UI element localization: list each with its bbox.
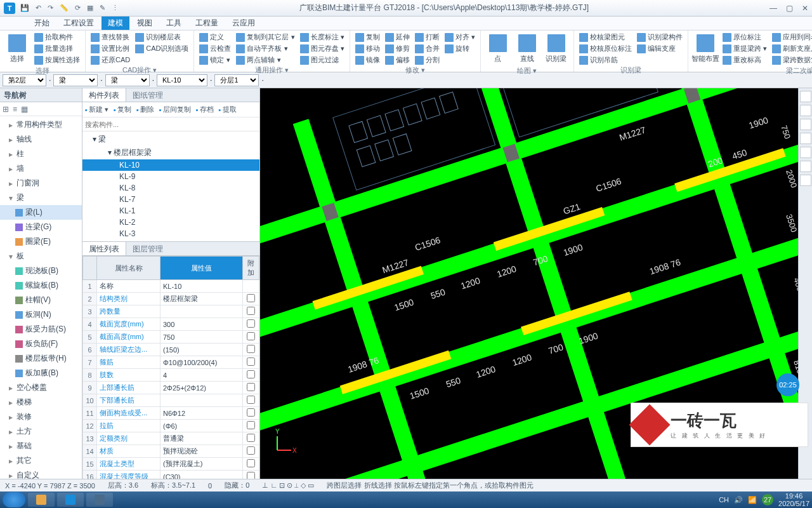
nav-item-板受力筋(S)[interactable]: 板受力筋(S) (0, 322, 82, 337)
ribbon-按属性选择[interactable]: 按属性选择 (33, 55, 81, 65)
ribbon-复制[interactable]: 复制 (354, 32, 381, 43)
task-app[interactable] (57, 493, 84, 507)
comp-tb-存档[interactable]: ▪存档 (196, 105, 214, 114)
ribbon-镜像[interactable]: 镜像 (354, 55, 381, 65)
status-snap-icons[interactable]: ⊥ ∟ ⊡ ⊙ ⟂ ◇ ▭ (262, 481, 314, 490)
ribbon-智能布置[interactable]: 智能布置 (692, 32, 719, 66)
nav-item-门窗洞[interactable]: ▸门窗洞 (0, 176, 82, 190)
ribbon-对齐 ▾[interactable]: 对齐 ▾ (443, 32, 476, 43)
ribbon-云检查[interactable]: 云检查 (198, 43, 232, 54)
view-layers-icon[interactable] (800, 161, 811, 172)
ribbon-拾取构件[interactable]: 拾取构件 (33, 32, 81, 43)
nav-item-现浇板(B)[interactable]: 现浇板(B) (0, 264, 82, 278)
qat-redo-icon[interactable]: ↷ (48, 4, 53, 12)
view-pan-icon[interactable] (800, 119, 811, 130)
task-cad[interactable] (86, 493, 113, 507)
nav-item-梁(L)[interactable]: 梁(L) (0, 205, 82, 220)
nav-grid-icon[interactable]: ▦ (21, 105, 28, 114)
ribbon-刷新支座尺寸[interactable]: 刷新支座尺寸 (771, 43, 812, 54)
start-button[interactable] (3, 492, 25, 507)
menu-2[interactable]: 建模 (102, 17, 129, 30)
tray-wifi-icon[interactable]: 📶 (748, 496, 757, 504)
prop-row-8[interactable]: 8肢数4 (83, 369, 259, 382)
comp-item-KL-1[interactable]: KL-1 (82, 205, 259, 217)
nav-item-土方[interactable]: ▸土方 (0, 424, 82, 439)
ribbon-自动平齐板 ▾[interactable]: 自动平齐板 ▾ (235, 43, 296, 54)
nav-item-常用构件类型[interactable]: ▸常用构件类型 (0, 117, 82, 132)
ribbon-分割[interactable]: 分割 (414, 55, 441, 65)
nav-item-楼梯[interactable]: ▸楼梯 (0, 395, 82, 410)
prop-chk-11[interactable] (247, 408, 255, 417)
ribbon-识别楼层表[interactable]: 识别楼层表 (134, 32, 190, 43)
prop-chk-9[interactable] (247, 383, 255, 391)
ribbon-点[interactable]: 点 (485, 32, 511, 66)
qat-pencil-icon[interactable]: ✎ (100, 4, 105, 12)
ribbon-梁跨数据复制[interactable]: 梁跨数据复制 (771, 55, 812, 65)
ribbon-CAD识别选项[interactable]: CAD识别选项 (134, 43, 190, 54)
nav-item-螺旋板(B)[interactable]: 螺旋板(B) (0, 278, 82, 293)
comp-tb-新建 ▾[interactable]: ▪新建 ▾ (85, 105, 108, 114)
prop-row-4[interactable]: 4截面宽度(mm)300 (83, 318, 259, 331)
prop-chk-5[interactable] (247, 332, 255, 340)
tray-network-icon[interactable]: 🔊 (734, 496, 743, 504)
ribbon-查找替换[interactable]: 查找替换 (89, 32, 131, 43)
prop-row-6[interactable]: 6轴线距梁左边...(150) (83, 344, 259, 356)
prop-tab-0[interactable]: 属性列表 (82, 242, 126, 255)
comp-item-KL-3[interactable]: KL-3 (82, 228, 259, 239)
nav-item-柱[interactable]: ▸柱 (0, 147, 82, 161)
tray-ime[interactable]: CH (719, 496, 729, 504)
ribbon-旋转[interactable]: 旋转 (443, 43, 476, 54)
tray-clock[interactable]: 19:462020/5/17 (778, 492, 809, 507)
qat-save-icon[interactable]: 💾 (20, 4, 29, 12)
nav-item-装修[interactable]: ▸装修 (0, 410, 82, 424)
ribbon-锁定 ▾[interactable]: 锁定 ▾ (198, 55, 232, 65)
menu-4[interactable]: 工具 (160, 17, 188, 30)
menu-1[interactable]: 工程设置 (57, 17, 100, 30)
prop-row-10[interactable]: 10下部通长筋 (83, 394, 259, 407)
comp-item-KL-10[interactable]: KL-10 (82, 159, 259, 171)
prop-tab-1[interactable]: 图层管理 (126, 242, 169, 255)
prop-chk-14[interactable] (247, 446, 255, 455)
nav-item-基础[interactable]: ▸基础 (0, 439, 82, 453)
ribbon-设置比例[interactable]: 设置比例 (89, 43, 131, 54)
nav-item-空心楼盖[interactable]: ▸空心楼盖 (0, 380, 82, 395)
nav-item-自定义[interactable]: ▸自定义 (0, 468, 82, 479)
nav-item-连梁(G)[interactable]: 连梁(G) (0, 220, 82, 234)
prop-row-11[interactable]: 11侧面构造或受...N6Φ12 (83, 407, 259, 420)
ribbon-修剪[interactable]: 修剪 (384, 43, 411, 54)
nav-item-板[interactable]: ▾板 (0, 249, 82, 264)
prop-row-2[interactable]: 2结构类别楼层框架梁 (83, 293, 259, 305)
ribbon-校核梁图元[interactable]: 校核梁图元 (578, 32, 633, 43)
nav-item-板洞(N)[interactable]: 板洞(N) (0, 307, 82, 322)
view-orbit-icon[interactable] (800, 133, 811, 144)
nav-expand-icon[interactable]: ⊞ (3, 105, 9, 114)
comp-tb-提取[interactable]: ▪提取 (219, 105, 237, 114)
ribbon-图元存盘 ▾[interactable]: 图元存盘 ▾ (299, 43, 346, 54)
close-icon[interactable]: ✕ (802, 4, 808, 13)
prop-chk-13[interactable] (247, 434, 255, 442)
drawing-canvas[interactable]: M1227GZ1C1506 C1506M1227 1900450200 1500… (260, 88, 812, 479)
task-explorer[interactable] (28, 493, 55, 507)
comp-tab-1[interactable]: 图纸管理 (126, 88, 169, 102)
prop-chk-8[interactable] (247, 370, 255, 378)
ribbon-原位标注[interactable]: 原位标注 (721, 32, 768, 43)
comp-item-KL-7[interactable]: KL-7 (82, 194, 259, 205)
ribbon-识别梁[interactable]: 识别梁 (543, 32, 570, 66)
ribbon-复制到其它层 ▾[interactable]: 复制到其它层 ▾ (235, 32, 296, 43)
nav-item-墙[interactable]: ▸墙 (0, 161, 82, 176)
prop-row-12[interactable]: 12拉筋(Φ6) (83, 420, 259, 432)
type-select[interactable]: 梁 (105, 74, 150, 86)
prop-chk-16[interactable] (247, 472, 255, 479)
ribbon-两点辅轴 ▾[interactable]: 两点辅轴 ▾ (235, 55, 296, 65)
menu-3[interactable]: 视图 (131, 17, 159, 30)
ribbon-直线[interactable]: 直线 (514, 32, 540, 66)
prop-chk-10[interactable] (247, 396, 255, 404)
prop-row-9[interactable]: 9上部通长筋2Φ25+(2Φ12) (83, 382, 259, 394)
view-zoom-icon[interactable] (800, 105, 811, 116)
nav-item-柱帽(V)[interactable]: 柱帽(V) (0, 293, 82, 307)
prop-row-1[interactable]: 1名称KL-10 (83, 280, 259, 293)
prop-chk-15[interactable] (247, 459, 255, 467)
qat-settings-icon[interactable]: ▦ (87, 4, 93, 12)
prop-row-3[interactable]: 3跨数量 (83, 305, 259, 318)
view-fit-icon[interactable] (800, 147, 811, 158)
